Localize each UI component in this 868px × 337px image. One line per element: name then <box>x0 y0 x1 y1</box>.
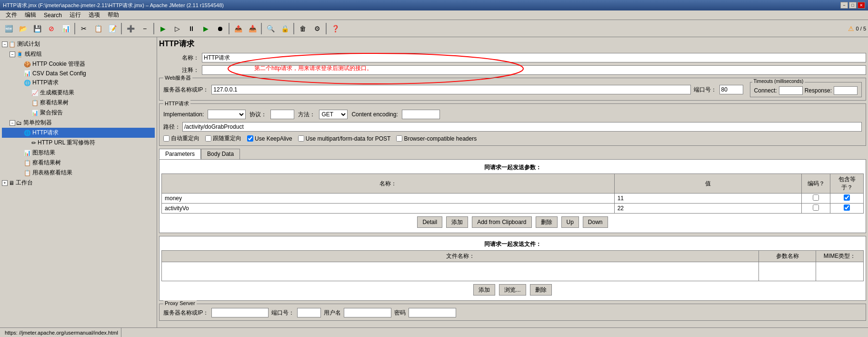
add-button[interactable]: 添加 <box>446 216 468 228</box>
proxy-pass-input[interactable] <box>409 308 456 317</box>
minimize-button[interactable]: − <box>840 2 848 9</box>
cb-browser-input[interactable] <box>396 135 402 142</box>
path-input[interactable] <box>182 122 862 132</box>
maximize-button[interactable]: □ <box>849 2 857 9</box>
toolbar-upload[interactable]: 📤 <box>231 22 245 35</box>
sidebar-item-result-tree1[interactable]: 📋 察看结果树 <box>2 98 155 108</box>
toolbar-stop[interactable]: ⊘ <box>45 22 58 35</box>
menu-run[interactable]: 运行 <box>66 10 85 20</box>
protocol-label: 协议： <box>249 111 267 119</box>
response-input[interactable] <box>834 86 858 95</box>
graph-label: 图形结果 <box>32 149 55 157</box>
cb-multipart-input[interactable] <box>298 135 304 142</box>
toolbar-search[interactable]: 🔍 <box>264 22 277 35</box>
menu-file[interactable]: 文件 <box>2 10 21 20</box>
add-from-clipboard-button[interactable]: Add from Clipboard <box>472 216 531 228</box>
proxy-port-input[interactable] <box>297 308 321 317</box>
comment-input[interactable] <box>202 65 866 75</box>
toolbar-save[interactable]: 💾 <box>30 22 44 35</box>
sidebar-item-workbench[interactable]: + 🖥 工作台 <box>2 178 155 188</box>
cb-auto-redirect[interactable]: 自动重定向 <box>163 134 200 143</box>
toolbar-run[interactable]: ▶ <box>156 22 170 35</box>
file-delete-button[interactable]: 删除 <box>530 284 552 296</box>
proxy-user-input[interactable] <box>344 308 391 317</box>
toolbar-lock[interactable]: 🔒 <box>278 22 291 35</box>
tab-parameters[interactable]: Parameters <box>159 149 201 159</box>
server-input[interactable] <box>211 85 690 94</box>
sidebar-item-url-rewrite[interactable]: ✏ HTTP URL 重写修饰符 <box>2 138 155 148</box>
cb-browser-headers[interactable]: Browser-compatible headers <box>396 135 477 142</box>
close-button[interactable]: ✕ <box>858 2 865 9</box>
file-cell-1 <box>162 262 759 281</box>
sidebar-item-test-plan[interactable]: − 📋 测试计划 <box>2 39 155 49</box>
equals-cb-1[interactable] <box>844 194 850 201</box>
toolbar-cut[interactable]: ✂ <box>77 22 90 35</box>
cb-follow-redirect-label: 跟随重定向 <box>213 134 241 143</box>
expand-thread-group[interactable]: − <box>10 51 15 57</box>
toolbar-remove[interactable]: − <box>138 22 151 35</box>
sidebar-item-simple-controller[interactable]: − 🗂 简单控制器 <box>2 118 155 128</box>
protocol-input[interactable] <box>270 110 294 119</box>
toolbar-record[interactable]: ⏺ <box>213 22 227 35</box>
sidebar-item-csv[interactable]: 📊 CSV Data Set Config <box>2 69 155 78</box>
port-input[interactable] <box>719 85 743 94</box>
delete-button[interactable]: 删除 <box>536 216 558 228</box>
sidebar-item-cookie[interactable]: 🍪 HTTP Cookie 管理器 <box>2 59 155 69</box>
encoding-input[interactable] <box>402 110 440 119</box>
sidebar-item-table-view[interactable]: 📋 用表格察看结果 <box>2 168 155 178</box>
sidebar-item-aggregate[interactable]: 📊 聚合报告 <box>2 108 155 118</box>
cb-keepalive-input[interactable] <box>247 135 253 142</box>
error-counter: 0 / 5 <box>856 26 866 31</box>
toolbar-paste[interactable]: 📝 <box>106 22 119 35</box>
proxy-server-input[interactable] <box>211 308 269 317</box>
expand-test-plan[interactable]: − <box>2 41 8 47</box>
implementation-select[interactable] <box>208 110 246 119</box>
sidebar-item-thread-group[interactable]: − 🧵 线程组 <box>2 49 155 59</box>
toolbar-run3[interactable]: ▶ <box>199 22 212 35</box>
tab-body-data[interactable]: Body Data <box>201 149 240 159</box>
sidebar-item-summary[interactable]: 📈 生成概要结果 <box>2 88 155 98</box>
expand-workbench[interactable]: + <box>2 180 8 186</box>
toolbar-open[interactable]: 📂 <box>16 22 30 35</box>
menu-help[interactable]: 帮助 <box>104 10 123 20</box>
toolbar-report[interactable]: 📊 <box>59 22 72 35</box>
file-browse-button[interactable]: 浏览... <box>499 284 526 296</box>
toolbar-run2[interactable]: ▷ <box>170 22 184 35</box>
detail-button[interactable]: Detail <box>417 216 442 228</box>
sidebar-item-graph[interactable]: 📊 图形结果 <box>2 148 155 158</box>
sidebar-item-http1[interactable]: 🌐 HTTP请求 <box>2 78 155 88</box>
toolbar-add[interactable]: ➕ <box>124 22 137 35</box>
down-button[interactable]: Down <box>583 216 608 228</box>
toolbar-pause[interactable]: ⏸ <box>185 22 198 35</box>
window-title: HTTP请求.jmx (F:\jmeter\apache-jmeter-2.11… <box>3 2 224 9</box>
equals-cb-2[interactable] <box>844 204 850 211</box>
encoded-cb-2[interactable] <box>813 204 819 211</box>
toolbar-new[interactable]: 🆕 <box>2 22 15 35</box>
menu-bar: 文件 编辑 Search 运行 选项 帮助 <box>0 10 868 20</box>
cb-keepalive[interactable]: Use KeepAlive <box>247 135 292 142</box>
toolbar-download[interactable]: 📥 <box>246 22 259 35</box>
toolbar-help[interactable]: ❓ <box>329 22 342 35</box>
result-tree1-icon: 📋 <box>31 100 39 106</box>
menu-edit[interactable]: 编辑 <box>21 10 40 20</box>
toolbar-copy[interactable]: 📋 <box>91 22 105 35</box>
toolbar-settings[interactable]: ⚙ <box>310 22 324 35</box>
method-select[interactable]: GET POST <box>319 110 348 119</box>
cb-auto-redirect-input[interactable] <box>163 135 170 142</box>
proxy-port-label: 端口号： <box>271 309 294 317</box>
menu-options[interactable]: 选项 <box>85 10 104 20</box>
sidebar-item-result-tree2[interactable]: 📋 察看结果树 <box>2 158 155 168</box>
cb-follow-redirect[interactable]: 跟随重定向 <box>205 134 241 143</box>
expand-simple-ctrl[interactable]: − <box>10 120 15 126</box>
connect-input[interactable] <box>779 86 803 95</box>
encoded-cb-1[interactable] <box>813 194 819 201</box>
cb-multipart[interactable]: Use multipart/form-data for POST <box>298 135 391 142</box>
toolbar-trash[interactable]: 🗑 <box>296 22 309 35</box>
http-request-legend: HTTP请求 <box>163 100 190 107</box>
cb-follow-redirect-input[interactable] <box>205 135 211 142</box>
sidebar-item-http2[interactable]: 🌐 HTTP请求 <box>2 128 155 138</box>
up-button[interactable]: Up <box>561 216 579 228</box>
file-add-button[interactable]: 添加 <box>473 284 495 296</box>
menu-search[interactable]: Search <box>40 11 66 20</box>
name-input[interactable] <box>202 53 866 62</box>
